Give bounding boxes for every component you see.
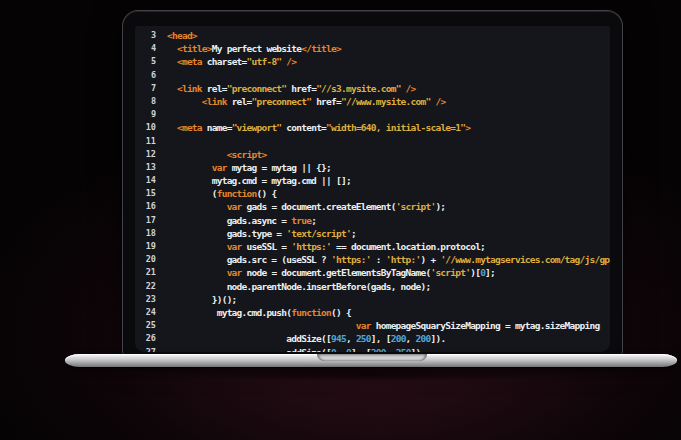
token-number: 300 xyxy=(371,347,386,353)
token-string: "//www.mysite.com" xyxy=(341,96,430,107)
token-tag: <meta xyxy=(177,56,202,67)
token-tag: <head> xyxy=(167,30,197,41)
line-number: 27 xyxy=(137,346,156,353)
token-plain: ; xyxy=(351,228,356,239)
line-number: 18 xyxy=(137,227,156,240)
token-plain: , xyxy=(406,333,416,344)
code-line-13: 13 var mytag = mytag || {}; xyxy=(135,161,610,174)
code-line-5: 5 <meta charset="utf-8" /> xyxy=(135,55,610,68)
token-string: "//s3.mysite.com" xyxy=(316,83,400,94)
code-line-26: 26 addSize([945, 250], [200, 200]). xyxy=(135,332,610,345)
code-text: var gads = document.createElement('scrip… xyxy=(167,200,445,213)
token-plain: ]). xyxy=(430,333,445,344)
token-keyword: true xyxy=(291,215,311,226)
token-plain xyxy=(167,241,227,252)
line-number: 10 xyxy=(137,121,156,134)
line-number: 13 xyxy=(137,161,156,174)
laptop-screen: 3<head>4 <title>My perfect website</titl… xyxy=(135,26,610,352)
token-keyword: var xyxy=(356,320,371,331)
token-string: 'http:' xyxy=(386,254,421,265)
line-number: 16 xyxy=(137,200,156,213)
token-plain xyxy=(167,96,202,107)
token-tag: <link xyxy=(202,96,227,107)
token-tag: > xyxy=(465,122,470,133)
line-number: 25 xyxy=(137,319,156,332)
token-plain: ], [ xyxy=(351,347,371,353)
code-line-11: 11 xyxy=(135,135,610,148)
code-line-6: 6 xyxy=(135,69,610,82)
line-number: 7 xyxy=(137,82,156,95)
token-string: "viewport" xyxy=(232,122,282,133)
token-string: '//www.mytagservices.com/tag/js/gpt.js' xyxy=(440,254,610,265)
token-plain: addSize([ xyxy=(167,347,331,353)
code-editor: 3<head>4 <title>My perfect website</titl… xyxy=(135,26,610,352)
token-number: 200 xyxy=(391,333,406,344)
token-plain: )[ xyxy=(470,267,480,278)
token-number: 200 xyxy=(416,333,431,344)
token-plain xyxy=(167,320,356,331)
laptop-lid: 3<head>4 <title>My perfect website</titl… xyxy=(122,10,623,355)
code-line-18: 18 gads.type = 'text/script'; xyxy=(135,227,610,240)
token-tag: <script> xyxy=(227,149,267,160)
token-plain: mytag = mytag || {}; xyxy=(227,162,331,173)
token-string: "width=640, initial-scale=1" xyxy=(326,122,465,133)
code-line-22: 22 node.parentNode.insertBefore(gads, no… xyxy=(135,280,610,293)
token-string: "preconnect" xyxy=(227,83,287,94)
line-number: 5 xyxy=(137,55,156,68)
token-keyword: var xyxy=(227,241,242,252)
code-text: <meta charset="utf-8" /> xyxy=(167,55,296,68)
line-number: 14 xyxy=(137,174,156,187)
line-number: 11 xyxy=(137,135,156,148)
page-background: 3<head>4 <title>My perfect website</titl… xyxy=(0,0,681,440)
token-plain xyxy=(167,56,177,67)
token-tag: /> xyxy=(281,56,296,67)
code-text: <head> xyxy=(167,29,197,42)
code-text: (function() { xyxy=(167,187,276,200)
code-line-16: 16 var gads = document.createElement('sc… xyxy=(135,200,610,213)
token-plain: rel= xyxy=(202,83,227,94)
token-plain: })(); xyxy=(167,294,237,305)
token-plain xyxy=(167,267,227,278)
token-plain: gads = document.createElement( xyxy=(242,201,396,212)
token-number: 945 xyxy=(331,333,346,344)
line-number: 12 xyxy=(137,148,156,161)
code-text: addSize([0, 0], [300, 250]). xyxy=(167,346,426,353)
laptop-base-notch xyxy=(317,354,427,361)
line-number: 17 xyxy=(137,214,156,227)
code-text: <link rel="preconnect" href="//s3.mysite… xyxy=(167,82,416,95)
code-line-15: 15 (function() { xyxy=(135,187,610,200)
token-plain: ) + xyxy=(420,254,440,265)
token-string: "utf-8" xyxy=(247,56,282,67)
laptop-base xyxy=(65,354,677,367)
line-number: 19 xyxy=(137,240,156,253)
token-plain: node.parentNode.insertBefore(gads, node)… xyxy=(167,281,430,292)
token-plain: , xyxy=(346,333,356,344)
line-number: 20 xyxy=(137,253,156,266)
line-number: 4 xyxy=(137,42,156,55)
code-line-19: 19 var useSSL = 'https:' == document.loc… xyxy=(135,240,610,253)
line-number: 23 xyxy=(137,293,156,306)
line-number: 24 xyxy=(137,306,156,319)
line-number: 8 xyxy=(137,95,156,108)
token-plain: mytag.cmd.push( xyxy=(167,307,291,318)
token-plain: : xyxy=(371,254,386,265)
code-text: gads.src = (useSSL ? 'https:' : 'http:')… xyxy=(167,253,610,266)
code-text: <script> xyxy=(167,148,266,161)
code-line-20: 20 gads.src = (useSSL ? 'https:' : 'http… xyxy=(135,253,610,266)
code-text: <meta name="viewport" content="width=640… xyxy=(167,121,470,134)
code-line-9: 9 xyxy=(135,108,610,121)
code-text: mytag.cmd = mytag.cmd || []; xyxy=(167,174,351,187)
token-plain: addSize([ xyxy=(167,333,331,344)
token-keyword: function xyxy=(217,188,257,199)
laptop-shadow xyxy=(90,365,650,387)
code-line-27: 27 addSize([0, 0], [300, 250]). xyxy=(135,346,610,353)
token-number: 250 xyxy=(356,333,371,344)
code-line-17: 17 gads.async = true; xyxy=(135,214,610,227)
code-line-4: 4 <title>My perfect website</title> xyxy=(135,42,610,55)
token-number: 250 xyxy=(396,347,411,353)
token-plain: href= xyxy=(286,83,316,94)
code-text: mytag.cmd.push(function() { xyxy=(167,306,351,319)
token-plain: gads.src = (useSSL ? xyxy=(167,254,331,265)
token-plain: ( xyxy=(167,188,217,199)
token-plain xyxy=(167,43,177,54)
